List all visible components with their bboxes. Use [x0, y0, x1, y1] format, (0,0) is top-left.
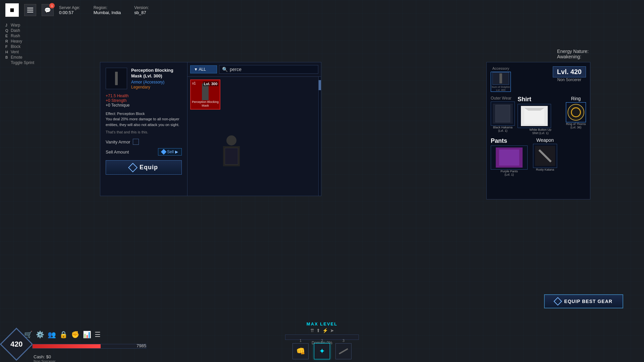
item-slot-1[interactable]: x1 Lvl. 300 Perception Blocking Mask [190, 79, 220, 110]
sell-arrow-icon: ▶ [175, 149, 178, 154]
skill-icon-2[interactable]: ✦ [314, 343, 330, 359]
level-section: Lvl. 420 Non Sorcerer [553, 66, 586, 82]
weapon-slot[interactable] [533, 144, 557, 168]
level-icons: ⇈ ⬆ ⚡ ➤ [285, 328, 359, 333]
item-effect: Effect: Perception Block You deal 20% mo… [106, 111, 182, 128]
item-info: Perception Blocking Mask (Lvl. 300) Armo… [131, 68, 182, 89]
level-icon-1: ⇈ [310, 328, 314, 333]
menu-list-icon[interactable]: ☰ [95, 330, 101, 339]
player-class-badge: Non Sorcerer [553, 77, 586, 82]
outer-wear-img [493, 104, 513, 124]
hud-icons: 🛒 ⚙️ 👥 🔒 ✊ 📊 ☰ [24, 330, 101, 339]
equipment-grid: Outer Wear Black Hakama(Lvl. 1) Shirt Wh… [491, 96, 586, 176]
skill-fist-icon: 👊 [296, 347, 305, 356]
skill-number-1: 1 [300, 339, 302, 343]
search-bar: ▼ ALL 🔍 perce [187, 62, 321, 77]
weapon-img [535, 146, 555, 166]
keybind-warp: J Warp [5, 23, 34, 27]
combat-icon[interactable]: ✊ [71, 330, 79, 339]
equip-button[interactable]: Equip [106, 160, 182, 175]
sell-diamond-icon [161, 149, 166, 155]
outer-wear-item: Black Hakama(Lvl. 1) [491, 126, 515, 132]
level-icon-3: ⚡ [322, 328, 328, 333]
energy-info: Energy Nature: Awakening: [557, 49, 589, 59]
inventory-grid-panel: ▼ ALL 🔍 perce x1 Lvl. 300 Perception Blo… [187, 62, 321, 196]
item-slot-name: Perception Blocking Mask [191, 100, 220, 108]
stat-health: +71.5 Health [106, 94, 182, 98]
search-text: perce [230, 67, 241, 72]
level-icon-2: ⬆ [316, 328, 320, 333]
item-type: Armor (Accessory) [131, 80, 182, 84]
accessory-icon [499, 73, 502, 83]
server-age-value: 0:00:57 [59, 10, 73, 15]
search-input-wrap[interactable]: 🔍 perce [219, 65, 318, 74]
pants-img [496, 147, 523, 168]
inventory-icon[interactable]: 🔒 [59, 330, 68, 339]
inventory-scrollbar[interactable] [318, 77, 321, 196]
pants-icon [499, 149, 519, 166]
vanity-checkbox[interactable] [133, 139, 139, 145]
ring-img [568, 104, 584, 121]
skill-number-2: 2 [321, 339, 323, 343]
top-bar: ■ 💬 1 Server Age: 0:00:57 Region: Mumbai… [0, 0, 644, 20]
ring-item: Ring of Thorns(Lvl. 36) [566, 122, 586, 129]
equip-row-2: Pants Purple Pants(Lvl. 1) Weapon Rusty … [491, 137, 586, 176]
keybind-vent: H Vent [5, 50, 34, 54]
shirt-slot[interactable] [518, 104, 551, 128]
menu-button[interactable] [24, 4, 36, 16]
shirt-label: Shirt [518, 96, 563, 103]
filter-label: ▼ ALL [194, 67, 206, 72]
sell-button[interactable]: Sell ▶ [158, 148, 182, 156]
effect-desc: You deal 20% more damage to all non-play… [106, 116, 182, 127]
keybind-emote: B Emote [5, 55, 34, 60]
hakama-icon [495, 105, 510, 122]
equip-best-gear-button[interactable]: EQUIP BEST GEAR [544, 294, 623, 308]
accessory-img [492, 72, 509, 85]
settings-icon[interactable]: ⚙️ [36, 330, 44, 339]
shirt-item: White Button UpShirt (Lvl. 1) [518, 128, 563, 135]
outer-wear-section: Outer Wear Black Hakama(Lvl. 1) [491, 96, 515, 135]
vanity-row: Vanity Armor [106, 139, 182, 145]
ebg-label: EQUIP BEST GEAR [564, 299, 612, 304]
version-label: Version: [134, 5, 149, 10]
accessory-label: Accessory [491, 66, 511, 70]
keybinds-panel: J Warp Q Dash E Rush R Heavy F Block H V… [5, 23, 34, 65]
equip-btn-label: Equip [140, 164, 158, 171]
stats-icon[interactable]: 📊 [83, 330, 91, 339]
level-diamond: 420 [5, 333, 28, 356]
hp-bar-fill [33, 344, 101, 348]
search-icon: 🔍 [222, 67, 228, 72]
skill-slot-2: 2 ✦ [314, 339, 330, 359]
social-icon[interactable]: 👥 [48, 330, 56, 339]
pants-slot[interactable] [491, 145, 528, 170]
equip-row-1: Outer Wear Black Hakama(Lvl. 1) Shirt Wh… [491, 96, 586, 135]
ebg-diamond-icon [553, 297, 562, 305]
filter-button[interactable]: ▼ ALL [190, 65, 217, 73]
item-flavor: That's that and this is this. [106, 130, 182, 134]
sell-btn-label: Sell [167, 149, 174, 154]
item-icon-box [106, 68, 127, 89]
level-icon-4: ➤ [330, 328, 334, 333]
skill-icon-1[interactable]: 👊 [292, 343, 309, 359]
item-details: Perception Blocking Mask (Lvl. 300) Armo… [100, 62, 187, 196]
chat-button[interactable]: 💬 1 [42, 4, 54, 16]
accessory-slot[interactable]: Sum of DolphinLvl. 400 [491, 72, 511, 92]
ring-icon [571, 107, 581, 117]
skill-slot-1: 1 👊 [292, 339, 309, 359]
shirt-section: Shirt White Button UpShirt (Lvl. 1) [518, 96, 563, 135]
outer-wear-label: Outer Wear [491, 96, 515, 101]
hp-bar: 7985 [32, 344, 146, 349]
accessory-section: Accessory Sum of DolphinLvl. 400 [491, 66, 511, 92]
chat-badge: 1 [49, 3, 55, 8]
item-icon [115, 72, 118, 85]
player-class-hud: Non Sorcerer [34, 359, 55, 362]
vanity-label: Vanity Armor [106, 139, 130, 144]
stat-technique: +0 Technique [106, 103, 182, 108]
outer-wear-slot[interactable] [491, 102, 515, 126]
server-info: Server Age: 0:00:57 Region: Mumbai, Indi… [59, 5, 149, 15]
max-level-text: MAX LEVEL [285, 321, 359, 326]
skill-icon-3[interactable] [335, 343, 352, 359]
ring-slot[interactable] [566, 102, 586, 122]
level-badge: Lvl. 420 [553, 66, 586, 77]
server-age-item: Server Age: 0:00:57 [59, 5, 80, 15]
